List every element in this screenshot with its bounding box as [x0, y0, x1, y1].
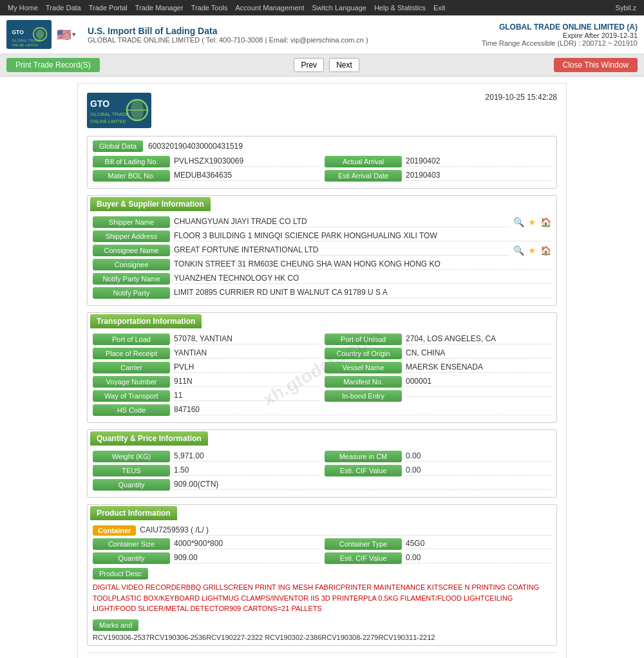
voyage-col: Voyage Number 911N: [93, 376, 319, 388]
manifest-value: 000001: [406, 377, 551, 387]
bond-label: In-bond Entry: [325, 390, 402, 402]
shipper-name-row: Shipper Name CHUANGYUAN JIAYI TRADE CO L…: [93, 216, 551, 228]
container-row: Container CAIU7259593 ( /L/ ): [93, 525, 551, 536]
nav-switchlanguage[interactable]: Switch Language: [310, 4, 369, 12]
nav-tradetools[interactable]: Trade Tools: [189, 4, 231, 12]
shipper-address-value: FLOOR 3 BUILDING 1 MINGQI SCIENCE PARK H…: [174, 231, 551, 241]
teus-label: TEUS: [93, 465, 170, 476]
cif-label: Esti. CIF Value: [325, 465, 402, 476]
product-cif-label: Esti. CIF Value: [325, 552, 402, 564]
cif-col: Esti. CIF Value 0.00: [325, 465, 551, 476]
search-icon-shipper[interactable]: 🔍: [513, 217, 524, 227]
product-cif-value: 0.00: [406, 553, 551, 563]
manifest-label: Manifest No.: [325, 376, 402, 388]
buyer-supplier-title-row: Buyer & Supplier Information: [88, 196, 556, 212]
doc-timestamp: 2019-10-25 15:42:28: [486, 93, 557, 102]
nav-accountmanagement[interactable]: Account Management: [233, 4, 307, 12]
port-load-value: 57078, YANTIAN: [174, 334, 319, 344]
port-load-row: Port of Load 57078, YANTIAN Port of Unlo…: [93, 334, 551, 345]
transport-label: Way of Transport: [93, 390, 170, 402]
transport-body: Port of Load 57078, YANTIAN Port of Unlo…: [88, 330, 556, 422]
bol-value: PVLHSZX19030069: [174, 156, 319, 167]
home-icon-shipper[interactable]: 🏠: [540, 217, 551, 227]
notify-party-name-label: Notify Party Name: [93, 273, 170, 285]
global-data-value: 6003201904030000431519: [148, 142, 243, 151]
mbol-label: Mater BOL No.: [93, 170, 170, 182]
hscode-value: 847160: [174, 405, 551, 415]
global-data-label: Global Data: [93, 140, 143, 152]
home-icon-consignee[interactable]: 🏠: [540, 245, 551, 256]
header-bar: GTO GLOBAL TRADE ONLINE LIMITED 🇺🇸 ▾ U.S…: [0, 15, 644, 54]
buyer-supplier-section: Buyer & Supplier Information Shipper Nam…: [87, 195, 557, 306]
nav-myhome[interactable]: My Home: [5, 4, 41, 12]
qty-label: Quantity: [93, 479, 170, 491]
receipt-label: Place of Receipt: [93, 348, 170, 359]
teus-value: 1.50: [174, 465, 319, 476]
actual-arrival-value: 20190402: [406, 156, 551, 167]
title-area: U.S. Import Bill of Lading Data GLOBAL T…: [88, 26, 368, 44]
company-name: GLOBAL TRADE ONLINE LIMITED (A): [482, 23, 638, 32]
consignee-value: TONKIN STREET 31 RM603E CHEUNG SHA WAN H…: [174, 259, 551, 270]
container-size-type-row: Container Size 4000*900*800 Container Ty…: [93, 538, 551, 550]
search-icon-consignee[interactable]: 🔍: [513, 245, 524, 256]
container-size-label: Container Size: [93, 538, 170, 550]
flag-area: 🇺🇸 ▾: [57, 28, 76, 42]
nav-tradedata[interactable]: Trade Data: [43, 4, 84, 12]
transport-value: 11: [174, 391, 319, 401]
qty-value: 909.00(CTN): [174, 480, 551, 490]
star-icon-consignee[interactable]: ★: [528, 245, 536, 256]
bond-value: [406, 395, 551, 397]
measure-value: 0.00: [406, 451, 551, 462]
doc-footer: U.S. Import Bill of Lading Data 1 / 1 60…: [87, 652, 557, 659]
document-area: GTO GLOBAL TRADE ONLINE LIMITED 2019-10-…: [77, 83, 567, 658]
mbol-row: Mater BOL No. MEDUB4364635 Esti Arrival …: [93, 170, 551, 182]
nav-exit[interactable]: Exit: [431, 4, 448, 12]
receipt-value: YANTIAN: [174, 348, 319, 359]
transport-col: Way of Transport 11: [93, 390, 319, 402]
quantity-price-title: Quantity & Price Information: [90, 431, 208, 446]
port-unload-label: Port of Unload: [325, 334, 402, 345]
nav-tradeportal[interactable]: Trade Portal: [86, 4, 130, 12]
container-type-col: Container Type 45G0: [325, 538, 551, 550]
bol-label: Bill of Lading No.: [93, 156, 170, 167]
port-unload-value: 2704, LOS ANGELES, CA: [406, 334, 551, 344]
close-button-top[interactable]: Close This Window: [554, 58, 638, 72]
product-section: Product Information Container CAIU725959…: [87, 504, 557, 646]
nav-trademanager[interactable]: Trade Manager: [133, 4, 186, 12]
country-origin-value: CN, CHINA: [406, 348, 551, 359]
prev-button-top[interactable]: Prev: [294, 58, 324, 72]
shipper-name-label: Shipper Name: [93, 216, 170, 228]
bol-row: Bill of Lading No. PVLHSZX19030069 Actua…: [93, 156, 551, 167]
nav-helpstatistics[interactable]: Help & Statistics: [372, 4, 428, 12]
teus-cif-row: TEUS 1.50 Esti. CIF Value 0.00: [93, 465, 551, 476]
product-desc-label: Product Desc: [93, 568, 148, 579]
port-load-col: Port of Load 57078, YANTIAN: [93, 334, 319, 345]
quantity-price-body: Weight (KG) 5,971.00 Measure in CM 0.00 …: [88, 447, 556, 497]
star-icon-shipper[interactable]: ★: [528, 217, 536, 227]
voyage-value: 911N: [174, 377, 319, 387]
logo-area: GTO GLOBAL TRADE ONLINE LIMITED 🇺🇸 ▾ U.S…: [6, 20, 368, 49]
user-name: Sybil.z: [613, 4, 639, 12]
origin-col: Country of Origin CN, CHINA: [325, 348, 551, 359]
voyage-manifest-row: Voyage Number 911N Manifest No. 000001: [93, 376, 551, 388]
next-button-top[interactable]: Next: [329, 58, 359, 72]
vessel-col: Vessel Name MAERSK ENSENADA: [325, 362, 551, 373]
page-subtitle: GLOBAL TRADE ONLINE LIMITED ( Tel: 400-7…: [88, 36, 368, 44]
container-type-label: Container Type: [325, 538, 402, 550]
mbol-col: Mater BOL No. MEDUB4364635: [93, 170, 319, 182]
actual-arrival-label: Actual Arrival: [325, 156, 402, 167]
account-info: GLOBAL TRADE ONLINE LIMITED (A) Expire A…: [482, 23, 638, 47]
bond-col: In-bond Entry: [325, 390, 551, 402]
print-button-top[interactable]: Print Trade Record(S): [6, 58, 100, 72]
shipper-name-value: CHUANGYUAN JIAYI TRADE CO LTD: [174, 217, 509, 227]
transport-title: Transportation Information: [90, 314, 202, 328]
port-unload-col: Port of Unload 2704, LOS ANGELES, CA: [325, 334, 551, 345]
notify-party-value: LIMIT 20895 CURRIER RD UNIT B WALNUT CA …: [174, 288, 551, 298]
hscode-label: HS Code: [93, 404, 170, 416]
global-data-body: Global Data 6003201904030000431519 Bill …: [88, 136, 556, 188]
notify-party-name-row: Notify Party Name YUANZHEN TECHNOLOGY HK…: [93, 273, 551, 285]
marks-label: Marks and: [93, 619, 138, 631]
receipt-origin-row: Place of Receipt YANTIAN Country of Orig…: [93, 348, 551, 359]
country-origin-label: Country of Origin: [325, 348, 402, 359]
weight-value: 5,971.00: [174, 451, 319, 462]
